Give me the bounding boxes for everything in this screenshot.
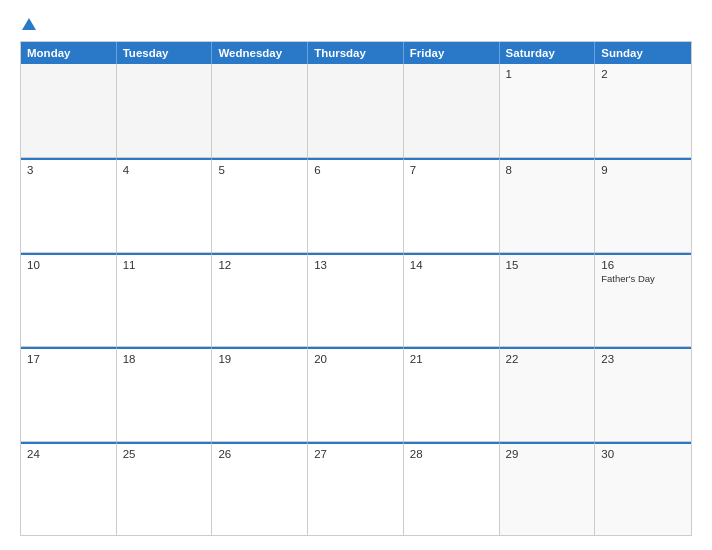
calendar-cell: 4 [117,158,213,251]
calendar-cell: 29 [500,442,596,535]
day-number: 28 [410,448,493,460]
day-number: 17 [27,353,110,365]
calendar-cell: 24 [21,442,117,535]
calendar-cell [308,64,404,157]
calendar-cell: 14 [404,253,500,346]
calendar-cell: 1 [500,64,596,157]
calendar-row-4: 24252627282930 [21,442,691,535]
header-cell-monday: Monday [21,42,117,64]
day-number: 26 [218,448,301,460]
calendar-cell [404,64,500,157]
header [20,18,692,31]
day-number: 30 [601,448,685,460]
day-number: 29 [506,448,589,460]
calendar-cell: 6 [308,158,404,251]
calendar-cell: 23 [595,347,691,440]
day-number: 1 [506,68,589,80]
header-cell-wednesday: Wednesday [212,42,308,64]
day-number: 9 [601,164,685,176]
calendar-cell [117,64,213,157]
day-number: 21 [410,353,493,365]
calendar-cell: 10 [21,253,117,346]
calendar-cell: 21 [404,347,500,440]
day-number: 10 [27,259,110,271]
calendar-header: MondayTuesdayWednesdayThursdayFridaySatu… [21,42,691,64]
day-number: 20 [314,353,397,365]
calendar-cell: 20 [308,347,404,440]
day-number: 8 [506,164,589,176]
calendar-cell: 11 [117,253,213,346]
calendar-cell: 19 [212,347,308,440]
header-cell-tuesday: Tuesday [117,42,213,64]
calendar-cell [212,64,308,157]
day-number: 2 [601,68,685,80]
calendar-cell: 5 [212,158,308,251]
calendar-row-2: 10111213141516Father's Day [21,253,691,347]
calendar-row-3: 17181920212223 [21,347,691,441]
calendar-cell: 8 [500,158,596,251]
day-number: 5 [218,164,301,176]
header-cell-friday: Friday [404,42,500,64]
day-number: 23 [601,353,685,365]
calendar-cell: 7 [404,158,500,251]
day-number: 24 [27,448,110,460]
calendar-cell: 3 [21,158,117,251]
calendar-cell: 16Father's Day [595,253,691,346]
calendar-cell: 27 [308,442,404,535]
calendar-row-0: 12 [21,64,691,158]
day-number: 19 [218,353,301,365]
calendar-cell: 13 [308,253,404,346]
day-number: 6 [314,164,397,176]
logo [20,18,36,31]
calendar-cell: 25 [117,442,213,535]
day-number: 25 [123,448,206,460]
calendar-cell: 9 [595,158,691,251]
header-cell-thursday: Thursday [308,42,404,64]
calendar-cell [21,64,117,157]
calendar-cell: 15 [500,253,596,346]
calendar-cell: 2 [595,64,691,157]
day-event: Father's Day [601,273,685,284]
logo-triangle-icon [22,18,36,30]
day-number: 12 [218,259,301,271]
header-cell-sunday: Sunday [595,42,691,64]
day-number: 15 [506,259,589,271]
calendar-body: 12345678910111213141516Father's Day17181… [21,64,691,535]
calendar: MondayTuesdayWednesdayThursdayFridaySatu… [20,41,692,536]
day-number: 16 [601,259,685,271]
day-number: 11 [123,259,206,271]
calendar-cell: 22 [500,347,596,440]
calendar-cell: 30 [595,442,691,535]
day-number: 18 [123,353,206,365]
day-number: 3 [27,164,110,176]
day-number: 13 [314,259,397,271]
calendar-row-1: 3456789 [21,158,691,252]
day-number: 7 [410,164,493,176]
day-number: 14 [410,259,493,271]
day-number: 22 [506,353,589,365]
calendar-cell: 26 [212,442,308,535]
day-number: 4 [123,164,206,176]
calendar-cell: 17 [21,347,117,440]
calendar-cell: 18 [117,347,213,440]
header-cell-saturday: Saturday [500,42,596,64]
day-number: 27 [314,448,397,460]
calendar-cell: 28 [404,442,500,535]
calendar-cell: 12 [212,253,308,346]
page: MondayTuesdayWednesdayThursdayFridaySatu… [0,0,712,550]
